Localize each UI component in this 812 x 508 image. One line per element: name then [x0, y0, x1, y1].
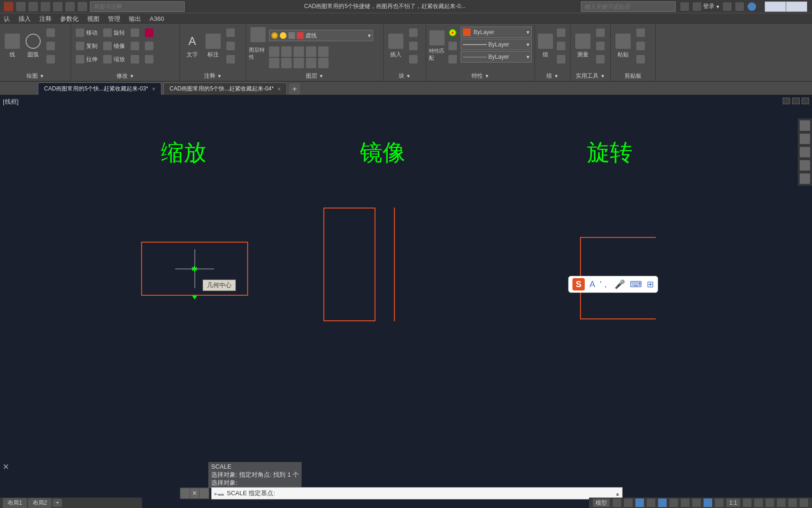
- layer-tool-icon[interactable]: [306, 46, 316, 57]
- copy-button[interactable]: 复制: [74, 40, 99, 52]
- cart-icon[interactable]: [723, 2, 732, 11]
- dw-maximize[interactable]: [792, 98, 800, 104]
- annotation-monitor-icon[interactable]: [754, 499, 763, 507]
- history-dropdown-icon[interactable]: ▴: [616, 490, 619, 497]
- qat-saveas-icon[interactable]: [53, 2, 62, 11]
- command-input[interactable]: ▸▬ SCALE 指定基点: ▴: [211, 487, 623, 499]
- util-icon[interactable]: [594, 40, 607, 52]
- menu-manage[interactable]: 管理: [108, 15, 120, 23]
- zoom-icon[interactable]: [800, 147, 810, 157]
- ortho-toggle-icon[interactable]: [635, 499, 644, 507]
- qat-redo-icon[interactable]: [78, 2, 87, 11]
- props-icon[interactable]: [446, 53, 459, 65]
- cut-icon[interactable]: [634, 27, 647, 39]
- layer-selector[interactable]: 虚线 ▾: [269, 30, 373, 41]
- panel-group-title[interactable]: 组▼: [535, 72, 570, 80]
- create-block-icon[interactable]: [407, 27, 419, 39]
- qat-undo-icon[interactable]: [65, 2, 75, 11]
- lineweight-selector[interactable]: ByLayer▾: [461, 39, 532, 50]
- match-properties-button[interactable]: 特性匹配: [429, 27, 445, 65]
- shape-line-mirror[interactable]: [394, 208, 395, 321]
- keyword-search[interactable]: [581, 1, 676, 12]
- collab-icon[interactable]: [680, 2, 689, 11]
- osnap-toggle-icon[interactable]: [658, 499, 667, 507]
- table-icon[interactable]: [224, 40, 237, 52]
- text-button[interactable]: A文字: [183, 27, 202, 65]
- qat-new-icon[interactable]: [16, 2, 26, 11]
- menu-view[interactable]: 视图: [87, 15, 99, 23]
- clean-screen-icon[interactable]: [788, 499, 797, 507]
- close-icon[interactable]: ×: [277, 86, 281, 92]
- close-icon[interactable]: ×: [152, 86, 155, 92]
- layer-tool-icon[interactable]: [294, 46, 304, 57]
- otrack-toggle-icon[interactable]: [669, 499, 678, 507]
- ime-grid-icon[interactable]: ⊞: [647, 279, 654, 290]
- close-icon[interactable]: ×: [190, 489, 199, 498]
- layer-tool-icon[interactable]: [269, 46, 279, 57]
- util-icon[interactable]: [594, 27, 607, 39]
- minimize-button[interactable]: [765, 1, 786, 12]
- panel-block-title[interactable]: 块▼: [384, 72, 426, 80]
- layout-tab-2[interactable]: 布局2: [28, 498, 52, 508]
- help-icon[interactable]: [748, 2, 756, 11]
- menu-output[interactable]: 输出: [129, 15, 141, 23]
- exchange-icon[interactable]: [735, 2, 744, 11]
- workspace-icon[interactable]: [743, 499, 751, 507]
- insert-button[interactable]: 插入: [386, 27, 405, 65]
- login-button[interactable]: 登录 ▾: [693, 2, 719, 11]
- circle-icon[interactable]: [45, 40, 57, 52]
- viewcube-icon[interactable]: [800, 120, 810, 131]
- grid-toggle-icon[interactable]: [613, 499, 621, 507]
- panel-draw-title[interactable]: 绘图▼: [0, 72, 71, 80]
- linetype-selector[interactable]: ByLayer▾: [461, 51, 532, 63]
- arc-button[interactable]: 圆弧: [24, 27, 43, 65]
- add-layout-button[interactable]: +: [53, 499, 62, 507]
- ime-toolbar[interactable]: S A '， 🎤 ⌨ ⊞: [568, 276, 658, 293]
- mirror-button[interactable]: 镜像: [101, 40, 127, 52]
- dynamic-input-icon[interactable]: [704, 499, 712, 507]
- shape-rect-2[interactable]: [323, 208, 375, 321]
- rotate-button[interactable]: 旋转: [101, 27, 127, 39]
- leader-icon[interactable]: [224, 27, 237, 39]
- orbit-icon[interactable]: [800, 160, 810, 171]
- ime-mode[interactable]: A: [589, 280, 595, 290]
- offset-icon[interactable]: [143, 53, 155, 65]
- explode-icon[interactable]: [143, 40, 155, 52]
- color-selector[interactable]: ByLayer▾: [461, 27, 532, 38]
- mtext-icon[interactable]: [224, 53, 237, 65]
- ime-keyboard-icon[interactable]: ⌨: [630, 279, 642, 290]
- layer-tool-icon[interactable]: [269, 58, 279, 68]
- selection-cycling-icon[interactable]: [715, 499, 723, 507]
- panel-annotate-title[interactable]: 注释▼: [180, 72, 246, 80]
- group-edit-icon[interactable]: [555, 40, 567, 52]
- qat-open-icon[interactable]: [28, 2, 38, 11]
- steering-icon[interactable]: [800, 173, 810, 184]
- panel-layers-title[interactable]: 图层▼: [246, 72, 383, 80]
- transparency-toggle-icon[interactable]: [692, 499, 701, 507]
- menu-insert[interactable]: 插入: [18, 15, 31, 23]
- layer-properties-button[interactable]: [249, 27, 267, 45]
- util-icon[interactable]: [594, 53, 607, 65]
- layout-tab-1[interactable]: 布局1: [3, 498, 27, 508]
- paste-button[interactable]: 粘贴: [614, 27, 633, 65]
- fillet-icon[interactable]: [129, 40, 141, 52]
- layer-tool-icon[interactable]: [306, 58, 316, 68]
- app-icon[interactable]: [4, 2, 13, 11]
- command-line-handle[interactable]: ×: [180, 488, 209, 499]
- ime-voice-icon[interactable]: 🎤: [615, 279, 625, 290]
- annotation-scale[interactable]: 1:1: [726, 499, 740, 507]
- layer-tool-icon[interactable]: [318, 46, 329, 57]
- snap-toggle-icon[interactable]: [624, 499, 633, 507]
- copy-clip-icon[interactable]: [634, 40, 647, 52]
- doc-tab-2[interactable]: CAD画图常用的5个快...赶紧收藏起来-04*×: [163, 82, 287, 95]
- menu-annotate[interactable]: 注释: [39, 15, 52, 23]
- workspace-selector[interactable]: [90, 1, 185, 12]
- measure-button[interactable]: 测量: [573, 27, 592, 65]
- menu-parametric[interactable]: 参数化: [60, 15, 79, 23]
- polyline-icon[interactable]: [45, 27, 57, 39]
- move-button[interactable]: 移动: [74, 27, 99, 39]
- paste-special-icon[interactable]: [634, 53, 647, 65]
- stretch-button[interactable]: 拉伸: [74, 53, 99, 65]
- panel-utilities-title[interactable]: 实用工具▼: [571, 72, 610, 80]
- ime-punct-icon[interactable]: '，: [600, 279, 610, 290]
